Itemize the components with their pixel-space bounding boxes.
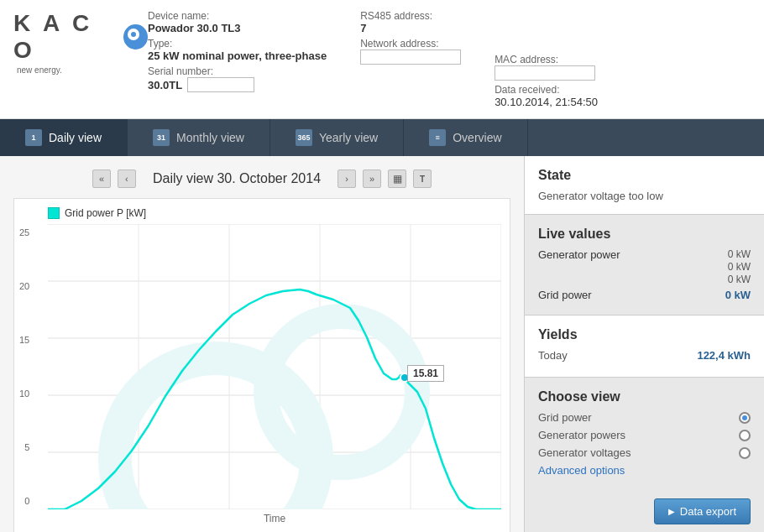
device-info: Device name: Powador 30.0 TL3 Type: 25 k… — [148, 10, 751, 108]
nav-daily-view[interactable]: 1 Daily view — [0, 119, 128, 156]
yields-section: Yields Today 122,4 kWh — [525, 316, 764, 378]
gen-power-v2: 0 kW — [728, 261, 751, 273]
nav-overview-icon: ≡ — [429, 129, 446, 146]
nav-monthly-label: Monthly view — [176, 131, 244, 144]
y-label-10: 10 — [19, 389, 29, 399]
choose-view-title: Choose view — [538, 389, 751, 404]
logo-text: K A C O — [13, 10, 148, 64]
header: K A C O new energy. Device name: Powador… — [0, 0, 764, 119]
radio-grid-power[interactable]: Grid power — [538, 411, 751, 424]
data-export-button[interactable]: ▶ Data export — [654, 498, 751, 524]
radio-generator-voltages[interactable]: Generator voltages — [538, 446, 751, 459]
radio-generator-powers-label: Generator powers — [538, 429, 625, 441]
live-values-section: Live values Generator power 0 kW 0 kW 0 … — [525, 215, 764, 316]
x-axis-label: Time — [48, 513, 501, 524]
generator-power-values: 0 kW 0 kW 0 kW — [728, 248, 751, 285]
chart-legend: Grid power P [kW] — [48, 207, 501, 219]
device-type: Type: 25 kW nominal power, three-phase — [148, 38, 327, 62]
nav-yearly-view[interactable]: 365 Yearly view — [270, 119, 404, 156]
nav-yearly-label: Yearly view — [319, 131, 378, 144]
nav-overview-label: Overview — [453, 131, 501, 144]
yields-today-row: Today 122,4 kWh — [538, 349, 751, 362]
y-axis: 25 20 15 10 5 0 — [19, 224, 29, 509]
legend-color-box — [48, 207, 60, 219]
radio-generator-powers[interactable]: Generator powers — [538, 429, 751, 441]
state-section: State Generator voltage too low — [525, 156, 764, 215]
generator-power-label: Generator power — [538, 248, 620, 285]
choose-view-section: Choose view Grid power Generator powers … — [525, 378, 764, 488]
radio-generator-powers-button[interactable] — [739, 430, 751, 441]
device-col-far-right: MAC address: Data received: 30.10.2014, … — [495, 10, 598, 108]
nav-monthly-icon: 31 — [153, 129, 170, 146]
y-label-20: 20 — [19, 281, 29, 291]
nav-monthly-view[interactable]: 31 Monthly view — [128, 119, 270, 156]
y-label-15: 15 — [19, 335, 29, 345]
grid-power-value: 0 kW — [725, 289, 751, 301]
chart-title: Daily view 30. October 2014 — [153, 171, 321, 186]
yields-today-label: Today — [538, 349, 568, 362]
main-content: « ‹ Daily view 30. October 2014 › » ▦ T … — [0, 156, 764, 532]
calendar-button[interactable]: ▦ — [388, 170, 406, 188]
chart-svg: 8:00 10:00 12:00 14:00 16:00 — [48, 224, 501, 509]
export-button-label: Data export — [680, 505, 736, 518]
grid-power-row: Grid power 0 kW — [538, 289, 751, 301]
table-button[interactable]: T — [413, 170, 432, 188]
live-values-grid: Generator power 0 kW 0 kW 0 kW Grid powe… — [538, 248, 751, 301]
chart-container: Grid power P [kW] 25 20 15 10 5 0 — [13, 198, 510, 532]
chart-area: « ‹ Daily view 30. October 2014 › » ▦ T … — [0, 156, 524, 532]
device-name-value: Powador 30.0 TL3 — [148, 22, 327, 34]
y-label-25: 25 — [19, 227, 29, 237]
radio-generator-voltages-button[interactable] — [739, 447, 751, 459]
right-panel: State Generator voltage too low Live val… — [524, 156, 764, 532]
next-next-button[interactable]: » — [363, 170, 381, 188]
export-section: ▶ Data export — [525, 488, 764, 532]
yields-title: Yields — [538, 327, 751, 342]
device-col-right: RS485 address: 7 Network address: — [360, 10, 461, 108]
device-type-value: 25 kW nominal power, three-phase — [148, 50, 327, 62]
nav-daily-label: Daily view — [49, 131, 102, 144]
serial-value: 30.0TL — [148, 79, 182, 91]
prev-button[interactable]: ‹ — [118, 170, 136, 188]
device-name-label: Device name: Powador 30.0 TL3 — [148, 10, 327, 34]
device-serial: Serial number: 30.0TL — [148, 65, 327, 92]
radio-grid-power-button[interactable] — [739, 412, 751, 424]
nav-daily-icon: 1 — [25, 129, 42, 146]
gen-power-v3: 0 kW — [728, 274, 751, 285]
y-label-5: 5 — [24, 442, 29, 452]
logo: K A C O new energy. — [13, 10, 148, 75]
navigation: 1 Daily view 31 Monthly view 365 Yearly … — [0, 119, 764, 156]
gen-power-v1: 0 kW — [728, 248, 751, 260]
radio-generator-voltages-label: Generator voltages — [538, 446, 631, 459]
advanced-options-link[interactable]: Advanced options — [538, 464, 625, 477]
logo-tagline: new energy. — [17, 65, 148, 75]
state-title: State — [538, 168, 751, 183]
yields-today-value: 122,4 kWh — [697, 349, 751, 362]
legend-label: Grid power P [kW] — [65, 207, 146, 219]
svg-point-13 — [400, 373, 409, 382]
chart-svg-area: 25 20 15 10 5 0 — [48, 224, 501, 509]
rs485: RS485 address: 7 — [360, 10, 461, 34]
network: Network address: — [360, 38, 461, 65]
state-message: Generator voltage too low — [538, 190, 751, 202]
data-received-value: 30.10.2014, 21:54:50 — [495, 96, 598, 108]
live-values-title: Live values — [538, 227, 751, 242]
generator-power-row: Generator power 0 kW 0 kW 0 kW — [538, 248, 751, 285]
rs485-value: 7 — [360, 22, 461, 34]
radio-grid-power-label: Grid power — [538, 411, 592, 424]
device-col-left: Device name: Powador 30.0 TL3 Type: 25 k… — [148, 10, 327, 108]
chart-controls: « ‹ Daily view 30. October 2014 › » ▦ T — [13, 170, 510, 188]
data-received: Data received: 30.10.2014, 21:54:50 — [495, 84, 598, 108]
nav-yearly-icon: 365 — [296, 129, 312, 146]
prev-prev-button[interactable]: « — [92, 170, 111, 188]
y-label-0: 0 — [24, 496, 29, 506]
next-button[interactable]: › — [338, 170, 356, 188]
grid-power-label: Grid power — [538, 289, 592, 301]
mac: MAC address: — [495, 54, 598, 81]
nav-overview[interactable]: ≡ Overview — [404, 119, 527, 156]
